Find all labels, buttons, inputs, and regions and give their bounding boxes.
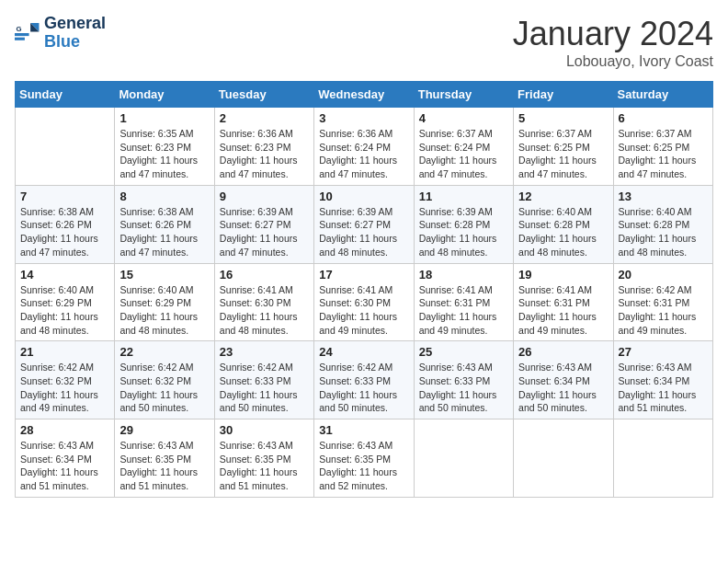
day-info: Sunrise: 6:38 AMSunset: 6:26 PMDaylight:… [119, 205, 209, 259]
day-info: Sunrise: 6:43 AMSunset: 6:34 PMDaylight:… [619, 361, 708, 415]
calendar-cell: 9Sunrise: 6:39 AMSunset: 6:27 PMDaylight… [214, 185, 313, 263]
calendar-table: SundayMondayTuesdayWednesdayThursdayFrid… [15, 81, 713, 498]
calendar-cell: 18Sunrise: 6:41 AMSunset: 6:31 PMDayligh… [414, 263, 513, 341]
day-number: 1 [119, 111, 209, 125]
calendar-cell: 5Sunrise: 6:37 AMSunset: 6:25 PMDaylight… [514, 108, 613, 186]
calendar-cell [16, 108, 115, 186]
weekday-header-row: SundayMondayTuesdayWednesdayThursdayFrid… [16, 82, 713, 108]
day-number: 24 [319, 345, 408, 359]
day-number: 25 [419, 345, 508, 359]
location-subtitle: Lobouayo, Ivory Coast [513, 53, 713, 70]
day-number: 2 [220, 111, 309, 125]
calendar-cell: 14Sunrise: 6:40 AMSunset: 6:29 PMDayligh… [16, 263, 115, 341]
calendar-body: 1Sunrise: 6:35 AMSunset: 6:23 PMDaylight… [16, 108, 713, 498]
page-header: G General Blue January 2024 Lobouayo, Iv… [15, 15, 713, 70]
calendar-cell: 1Sunrise: 6:35 AMSunset: 6:23 PMDaylight… [115, 108, 214, 186]
calendar-cell: 25Sunrise: 6:43 AMSunset: 6:33 PMDayligh… [414, 341, 513, 419]
day-number: 16 [220, 268, 309, 282]
calendar-week-row: 28Sunrise: 6:43 AMSunset: 6:34 PMDayligh… [16, 419, 713, 498]
weekday-header-thursday: Thursday [414, 82, 513, 108]
day-number: 15 [119, 268, 209, 282]
day-number: 22 [119, 345, 209, 359]
day-number: 17 [319, 268, 408, 282]
day-number: 14 [20, 268, 109, 282]
calendar-cell: 6Sunrise: 6:37 AMSunset: 6:25 PMDaylight… [613, 108, 712, 186]
calendar-cell: 17Sunrise: 6:41 AMSunset: 6:30 PMDayligh… [314, 263, 414, 341]
day-info: Sunrise: 6:41 AMSunset: 6:31 PMDaylight:… [419, 283, 508, 338]
svg-text:G: G [17, 25, 22, 33]
calendar-cell: 24Sunrise: 6:42 AMSunset: 6:33 PMDayligh… [314, 341, 414, 419]
day-number: 27 [619, 345, 708, 359]
logo-text: General Blue [44, 15, 106, 52]
day-number: 7 [20, 190, 109, 203]
calendar-cell: 30Sunrise: 6:43 AMSunset: 6:35 PMDayligh… [214, 419, 313, 498]
day-number: 26 [518, 345, 608, 359]
calendar-cell: 29Sunrise: 6:43 AMSunset: 6:35 PMDayligh… [115, 419, 214, 498]
calendar-cell: 11Sunrise: 6:39 AMSunset: 6:28 PMDayligh… [414, 185, 513, 263]
calendar-cell: 23Sunrise: 6:42 AMSunset: 6:33 PMDayligh… [214, 341, 313, 419]
calendar-cell: 27Sunrise: 6:43 AMSunset: 6:34 PMDayligh… [613, 341, 712, 419]
day-info: Sunrise: 6:35 AMSunset: 6:23 PMDaylight:… [119, 127, 209, 181]
weekday-header-friday: Friday [514, 82, 613, 108]
day-number: 21 [20, 345, 109, 359]
calendar-cell [514, 419, 613, 498]
day-info: Sunrise: 6:43 AMSunset: 6:35 PMDaylight:… [220, 439, 309, 493]
day-number: 12 [518, 190, 608, 203]
day-number: 19 [518, 268, 608, 282]
day-info: Sunrise: 6:39 AMSunset: 6:27 PMDaylight:… [319, 205, 408, 259]
logo-icon: G [15, 20, 40, 46]
weekday-header-sunday: Sunday [16, 82, 115, 108]
day-info: Sunrise: 6:39 AMSunset: 6:27 PMDaylight:… [220, 205, 309, 259]
day-info: Sunrise: 6:40 AMSunset: 6:28 PMDaylight:… [518, 205, 608, 259]
day-number: 20 [619, 268, 708, 282]
calendar-cell: 7Sunrise: 6:38 AMSunset: 6:26 PMDaylight… [16, 185, 115, 263]
calendar-cell: 21Sunrise: 6:42 AMSunset: 6:32 PMDayligh… [16, 341, 115, 419]
calendar-cell: 4Sunrise: 6:37 AMSunset: 6:24 PMDaylight… [414, 108, 513, 186]
day-info: Sunrise: 6:40 AMSunset: 6:29 PMDaylight:… [119, 283, 209, 338]
day-number: 3 [319, 111, 408, 125]
calendar-cell: 16Sunrise: 6:41 AMSunset: 6:30 PMDayligh… [214, 263, 313, 341]
weekday-header-saturday: Saturday [613, 82, 712, 108]
logo: G General Blue [15, 15, 106, 52]
calendar-cell: 3Sunrise: 6:36 AMSunset: 6:24 PMDaylight… [314, 108, 414, 186]
day-info: Sunrise: 6:43 AMSunset: 6:35 PMDaylight:… [119, 439, 209, 493]
month-year-title: January 2024 [513, 15, 713, 53]
day-number: 9 [220, 190, 309, 203]
day-info: Sunrise: 6:41 AMSunset: 6:30 PMDaylight:… [220, 283, 309, 338]
weekday-header-wednesday: Wednesday [314, 82, 414, 108]
calendar-cell: 20Sunrise: 6:42 AMSunset: 6:31 PMDayligh… [613, 263, 712, 341]
day-number: 11 [419, 190, 508, 203]
day-info: Sunrise: 6:37 AMSunset: 6:24 PMDaylight:… [419, 127, 508, 181]
day-info: Sunrise: 6:40 AMSunset: 6:29 PMDaylight:… [20, 283, 109, 338]
day-info: Sunrise: 6:43 AMSunset: 6:33 PMDaylight:… [419, 361, 508, 415]
day-info: Sunrise: 6:41 AMSunset: 6:30 PMDaylight:… [319, 283, 408, 338]
weekday-header-monday: Monday [115, 82, 214, 108]
logo-line1: General [44, 14, 106, 32]
day-number: 4 [419, 111, 508, 125]
day-number: 30 [220, 423, 309, 437]
calendar-week-row: 21Sunrise: 6:42 AMSunset: 6:32 PMDayligh… [16, 341, 713, 419]
calendar-cell: 22Sunrise: 6:42 AMSunset: 6:32 PMDayligh… [115, 341, 214, 419]
day-info: Sunrise: 6:42 AMSunset: 6:32 PMDaylight:… [119, 361, 209, 415]
day-number: 31 [319, 423, 408, 437]
calendar-week-row: 7Sunrise: 6:38 AMSunset: 6:26 PMDaylight… [16, 185, 713, 263]
day-info: Sunrise: 6:43 AMSunset: 6:35 PMDaylight:… [319, 439, 408, 493]
day-info: Sunrise: 6:40 AMSunset: 6:28 PMDaylight:… [619, 205, 708, 259]
day-number: 6 [619, 111, 708, 125]
calendar-cell: 8Sunrise: 6:38 AMSunset: 6:26 PMDaylight… [115, 185, 214, 263]
day-number: 10 [319, 190, 408, 203]
calendar-week-row: 14Sunrise: 6:40 AMSunset: 6:29 PMDayligh… [16, 263, 713, 341]
calendar-cell [414, 419, 513, 498]
day-info: Sunrise: 6:42 AMSunset: 6:33 PMDaylight:… [220, 361, 309, 415]
calendar-cell: 15Sunrise: 6:40 AMSunset: 6:29 PMDayligh… [115, 263, 214, 341]
day-info: Sunrise: 6:36 AMSunset: 6:24 PMDaylight:… [319, 127, 408, 181]
calendar-cell: 28Sunrise: 6:43 AMSunset: 6:34 PMDayligh… [16, 419, 115, 498]
day-info: Sunrise: 6:41 AMSunset: 6:31 PMDaylight:… [518, 283, 608, 338]
day-number: 23 [220, 345, 309, 359]
calendar-cell: 31Sunrise: 6:43 AMSunset: 6:35 PMDayligh… [314, 419, 414, 498]
calendar-cell [613, 419, 712, 498]
calendar-cell: 10Sunrise: 6:39 AMSunset: 6:27 PMDayligh… [314, 185, 414, 263]
calendar-cell: 12Sunrise: 6:40 AMSunset: 6:28 PMDayligh… [514, 185, 613, 263]
svg-rect-3 [15, 33, 29, 36]
calendar-cell: 2Sunrise: 6:36 AMSunset: 6:23 PMDaylight… [214, 108, 313, 186]
